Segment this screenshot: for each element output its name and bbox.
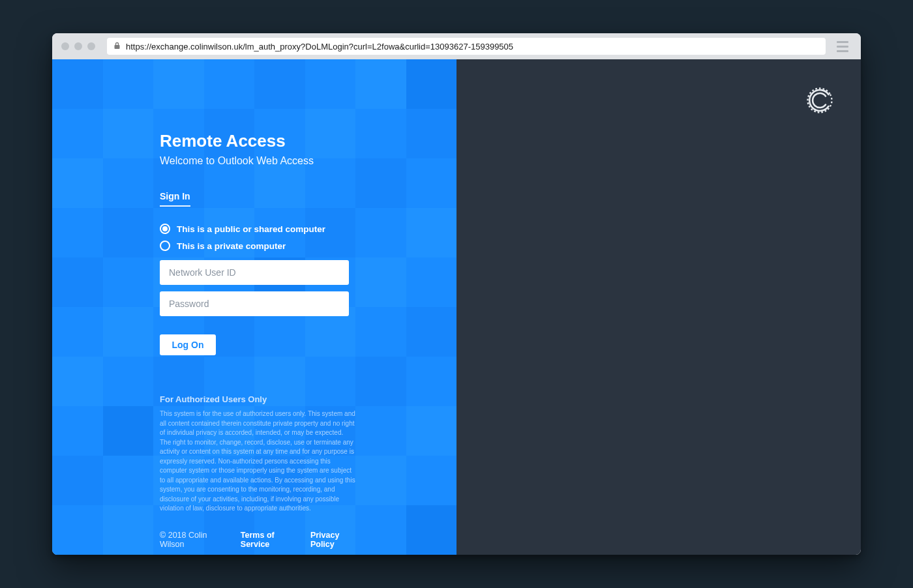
brand-panel	[456, 59, 861, 555]
terms-link[interactable]: Terms of Service	[241, 531, 301, 549]
window-controls	[61, 42, 95, 50]
public-computer-label: This is a public or shared computer	[177, 224, 325, 234]
radio-selected-icon	[160, 224, 170, 234]
svg-rect-0	[115, 45, 120, 49]
login-form: Log On	[160, 260, 362, 355]
password-input[interactable]	[160, 291, 349, 316]
url-text: https://exchange.colinwilson.uk/lm_auth_…	[126, 42, 513, 51]
browser-menu-button[interactable]	[833, 37, 852, 55]
lock-icon	[113, 42, 121, 51]
authorized-users-text: This system is for the use of authorized…	[160, 409, 355, 514]
authorized-users-title: For Authorized Users Only	[160, 394, 355, 404]
public-computer-radio[interactable]: This is a public or shared computer	[160, 224, 362, 234]
window-minimize-button[interactable]	[74, 42, 82, 50]
logon-button[interactable]: Log On	[160, 334, 216, 355]
login-content: Remote Access Welcome to Outlook Web Acc…	[52, 59, 362, 549]
login-panel: Remote Access Welcome to Outlook Web Acc…	[52, 59, 456, 555]
private-computer-radio[interactable]: This is a private computer	[160, 241, 362, 251]
address-bar[interactable]: https://exchange.colinwilson.uk/lm_auth_…	[107, 38, 826, 55]
footer: © 2018 Colin Wilson Terms of Service Pri…	[160, 531, 362, 549]
radio-unselected-icon	[160, 241, 170, 251]
browser-chrome: https://exchange.colinwilson.uk/lm_auth_…	[52, 33, 861, 59]
window-close-button[interactable]	[61, 42, 69, 50]
private-computer-label: This is a private computer	[177, 241, 286, 251]
privacy-link[interactable]: Privacy Policy	[310, 531, 362, 549]
page-body: Remote Access Welcome to Outlook Web Acc…	[52, 59, 861, 555]
page-title: Remote Access	[160, 131, 362, 151]
username-input[interactable]	[160, 260, 349, 285]
browser-window: https://exchange.colinwilson.uk/lm_auth_…	[52, 33, 861, 555]
authorized-users-section: For Authorized Users Only This system is…	[160, 394, 355, 514]
page-subtitle: Welcome to Outlook Web Access	[160, 155, 362, 167]
signin-heading: Sign In	[160, 191, 190, 207]
brand-logo-icon	[806, 87, 833, 114]
copyright-text: © 2018 Colin Wilson	[160, 531, 229, 549]
window-maximize-button[interactable]	[87, 42, 95, 50]
